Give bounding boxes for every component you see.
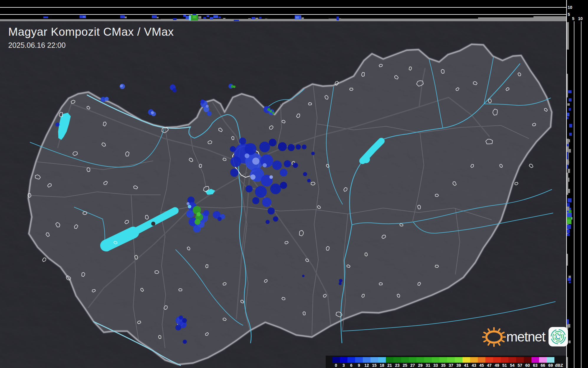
colorbar-segment xyxy=(332,357,340,363)
profile-echo xyxy=(567,161,569,164)
height-gridline xyxy=(581,21,582,368)
colorbar-tick: 47 xyxy=(485,363,493,368)
profile-echo xyxy=(567,203,570,207)
colorbar-segment xyxy=(393,357,401,363)
profile-echo xyxy=(569,341,571,343)
colorbar-segment xyxy=(493,357,501,363)
profile-echo xyxy=(567,220,571,224)
brand-logo: metnet xyxy=(482,325,568,349)
colorbar-tick: 49 xyxy=(493,363,501,368)
sun-icon xyxy=(482,325,506,349)
height-axis-label: 5 xyxy=(572,16,574,21)
metnet-app-icon xyxy=(548,327,568,347)
map-frame-top xyxy=(0,20,566,21)
radar-echo xyxy=(246,185,253,192)
radar-viewer: 105510 Magyar Kompozit CMax / VMax 2025.… xyxy=(0,0,588,368)
profile-echo xyxy=(189,15,191,20)
radar-echo xyxy=(293,163,298,168)
profile-echo xyxy=(567,178,569,182)
colorbar-segment xyxy=(355,357,363,363)
profile-echo xyxy=(223,18,225,19)
profile-echo xyxy=(567,117,569,119)
colorbar-tick: 57 xyxy=(516,363,524,368)
radar-echo xyxy=(280,182,287,189)
radar-echo xyxy=(263,163,267,167)
profile-echo xyxy=(173,18,177,20)
profile-echo xyxy=(568,278,571,281)
profile-echo xyxy=(296,17,299,19)
colorbar-tick: 25 xyxy=(401,363,409,368)
profile-echo xyxy=(567,213,572,217)
radar-echo xyxy=(252,197,259,204)
radar-echo xyxy=(273,216,278,222)
profile-echo xyxy=(568,198,571,202)
radar-echo xyxy=(252,158,259,165)
colorbar-segment xyxy=(531,357,539,363)
profile-echo xyxy=(569,282,571,283)
radar-echo xyxy=(302,275,304,277)
radar-echo xyxy=(218,217,222,221)
radar-echo xyxy=(269,175,273,179)
colorbar-tick: 60 xyxy=(524,363,531,368)
right-profile-panel xyxy=(566,0,588,368)
title-block: Magyar Kompozit CMax / VMax 2025.06.16 2… xyxy=(8,25,174,50)
radar-echo xyxy=(267,108,270,111)
radar-echo xyxy=(288,144,295,151)
colorbar-segment xyxy=(516,357,524,363)
profile-echo xyxy=(337,17,339,20)
colorbar-tick: 6 xyxy=(347,363,355,368)
profile-echo xyxy=(339,18,341,20)
radar-echo xyxy=(203,210,209,216)
profile-echo xyxy=(193,15,196,18)
profile-echo xyxy=(567,234,570,236)
colorbar-segment xyxy=(547,357,554,363)
radar-echo xyxy=(259,142,270,152)
radar-echo xyxy=(302,145,307,149)
colorbar-tick: 23 xyxy=(393,363,401,368)
radar-echo xyxy=(266,220,270,224)
timestamp: 2025.06.16 22:00 xyxy=(8,41,174,50)
panel-separator xyxy=(566,0,567,368)
colorbar-segment xyxy=(370,357,378,363)
radar-echo xyxy=(339,279,342,282)
colorbar-segment xyxy=(401,357,409,363)
colorbar-segment xyxy=(501,357,508,363)
profile-echo xyxy=(568,90,571,93)
colorbar-tick: 63 xyxy=(531,363,539,368)
height-axis-label: 10 xyxy=(568,5,572,10)
radar-echo xyxy=(175,325,181,331)
profile-echo xyxy=(568,169,570,173)
page-title: Magyar Kompozit CMax / VMax xyxy=(8,25,174,38)
height-gridline xyxy=(0,14,566,15)
colorbar-tick: 12 xyxy=(363,363,370,368)
colorbar-segment xyxy=(478,357,485,363)
colorbar-tick: 29 xyxy=(416,363,424,368)
profile-echo xyxy=(83,16,85,18)
profile-echo xyxy=(256,18,258,19)
terrain-profile xyxy=(478,17,533,20)
radar-echo xyxy=(183,340,187,344)
radar-echo xyxy=(303,172,307,176)
height-gridline xyxy=(0,7,566,8)
profile-echo xyxy=(157,17,159,18)
radar-echo xyxy=(206,105,209,108)
radar-echo xyxy=(179,315,183,320)
colorbar-segment xyxy=(424,357,432,363)
terrain-profile xyxy=(567,254,568,266)
colorbar-tick: 3 xyxy=(340,363,347,368)
height-axis-label: 5 xyxy=(568,12,570,17)
radar-echo xyxy=(269,139,276,146)
profile-echo xyxy=(302,17,304,19)
profile-echo xyxy=(569,98,571,102)
radar-echo xyxy=(186,210,194,218)
radar-echo xyxy=(120,84,123,87)
profile-echo xyxy=(568,189,570,193)
colorbar-tick: 0 xyxy=(332,363,340,368)
profile-echo xyxy=(198,16,201,19)
radar-echo xyxy=(200,99,205,104)
profile-echo xyxy=(192,14,196,15)
radar-echo xyxy=(151,111,154,114)
radar-echo xyxy=(105,97,109,101)
profile-echo xyxy=(183,15,186,17)
radar-echo xyxy=(255,186,267,198)
